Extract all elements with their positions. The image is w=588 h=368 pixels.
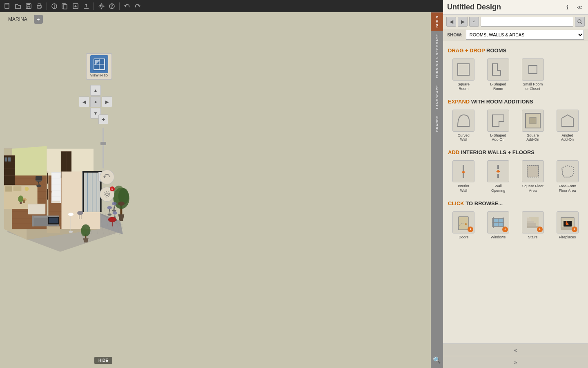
panel-back-button[interactable]: ◀ xyxy=(446,17,456,27)
square-room-label: SquareRoom xyxy=(458,82,470,91)
svg-rect-183 xyxy=(527,217,529,218)
panel-title: Untitled Design xyxy=(447,3,559,11)
item-wall-opening[interactable]: WallOpening xyxy=(483,159,514,195)
wall-opening-icon xyxy=(487,160,509,182)
show-label: SHOW: xyxy=(447,32,463,37)
l-shaped-room-label: L-ShapedRoom xyxy=(490,82,506,91)
l-shaped-addon-label: L-ShapedAdd-On xyxy=(490,133,506,142)
square-floor-icon xyxy=(522,160,544,182)
angled-addon-icon xyxy=(557,110,579,132)
show-bar: SHOW: ROOMS, WALLS & AREAS EVERYTHING RO… xyxy=(443,29,588,41)
tab-marina[interactable]: MARINA xyxy=(3,14,32,25)
side-tab-furnish[interactable]: FURNISH & DECORATE xyxy=(431,31,443,81)
panel-collapse-button[interactable]: ≪ xyxy=(575,3,584,12)
svg-rect-7 xyxy=(38,7,40,8)
small-room-label: Small Roomor Closet xyxy=(523,82,543,91)
item-angled-addon[interactable]: AngledAdd-On xyxy=(552,108,583,144)
drag-drop-rooms-grid: SquareRoom L-ShapedRoom Small Roomor Clo… xyxy=(448,57,583,93)
svg-point-168 xyxy=(497,170,499,173)
svg-rect-159 xyxy=(458,64,469,75)
doors-label: Doors xyxy=(459,235,468,240)
canvas-area: VIEW IN 2D ▲ ◀ ● ▶ ▼ + − xyxy=(0,25,145,368)
zoom-thumb[interactable] xyxy=(100,142,106,145)
toolbar-open-icon[interactable] xyxy=(14,2,22,10)
svg-rect-75 xyxy=(23,200,25,203)
item-freeform-floor[interactable]: Free-FormFloor Area xyxy=(552,159,583,195)
show-select[interactable]: ROOMS, WALLS & AREAS EVERYTHING ROOMS ON… xyxy=(466,30,584,40)
item-square-floor[interactable]: Square FloorArea xyxy=(517,159,549,195)
svg-rect-100 xyxy=(47,189,48,200)
panel-info-button[interactable]: ℹ xyxy=(563,3,572,12)
toolbar-export-icon[interactable] xyxy=(82,2,90,10)
small-room-icon xyxy=(522,58,544,81)
collapse-down-button[interactable]: » xyxy=(443,356,588,368)
panel-search-input[interactable] xyxy=(481,17,573,27)
panel-search-button[interactable] xyxy=(575,17,585,27)
panel-content: DRAG + DROP ROOMS SquareRoom L-ShapedRoo… xyxy=(443,41,588,343)
navigation-controls: ▲ ◀ ● ▶ ▼ xyxy=(79,85,112,119)
toolbar-save-icon[interactable] xyxy=(24,2,33,10)
nav-right-button[interactable]: ▶ xyxy=(102,96,112,107)
svg-rect-80 xyxy=(32,215,34,226)
item-l-shaped-addon[interactable]: L-ShapedAdd-On xyxy=(483,108,514,144)
svg-point-104 xyxy=(68,213,74,216)
item-doors[interactable]: + Doors xyxy=(448,210,479,241)
svg-rect-87 xyxy=(51,172,61,173)
item-windows[interactable]: + Windows xyxy=(483,210,514,241)
action-buttons: × xyxy=(100,170,114,202)
toolbar-info-icon[interactable]: i xyxy=(50,2,58,10)
side-tab-build[interactable]: BUILD xyxy=(431,12,443,31)
item-stairs[interactable]: + Stairs xyxy=(517,210,549,241)
toolbar-separator-3 xyxy=(119,2,120,10)
side-tab-search[interactable]: 🔍 xyxy=(431,352,443,368)
collapse-up-button[interactable]: « xyxy=(443,344,588,356)
svg-rect-86 xyxy=(51,172,61,203)
svg-point-155 xyxy=(106,193,108,195)
item-square-room[interactable]: SquareRoom xyxy=(448,57,479,93)
svg-rect-68 xyxy=(8,157,11,162)
svg-rect-181 xyxy=(527,221,534,223)
toolbar-undo-icon[interactable] xyxy=(123,2,131,10)
side-tab-brands[interactable]: BRANDS xyxy=(431,112,443,135)
nav-up-button[interactable]: ▲ xyxy=(90,85,101,96)
view-in-2d-button[interactable]: VIEW IN 2D xyxy=(86,53,112,80)
toolbar-help-icon[interactable]: ? xyxy=(108,2,116,10)
toolbar-print2-icon[interactable] xyxy=(71,2,80,10)
toolbar-new-icon[interactable] xyxy=(3,2,11,10)
toolbar-pages-icon[interactable] xyxy=(61,2,69,10)
settings-button[interactable]: × xyxy=(100,187,114,202)
nav-left-button[interactable]: ◀ xyxy=(79,96,89,107)
toolbar-print-icon[interactable] xyxy=(35,2,43,10)
svg-point-117 xyxy=(81,227,87,236)
scene-3d[interactable] xyxy=(0,25,145,368)
right-panel: Untitled Design ℹ ≪ ◀ ▶ ⌂ SHOW: ROOMS, W… xyxy=(443,0,588,368)
side-tab-landscape[interactable]: LANDSCAPE xyxy=(431,82,443,112)
hide-button[interactable]: HIDE xyxy=(94,357,112,364)
item-l-shaped-room[interactable]: L-ShapedRoom xyxy=(483,57,514,93)
section-interior-title: ADD INTERIOR WALLS + FLOORS xyxy=(448,149,583,155)
svg-point-156 xyxy=(104,191,110,197)
angled-addon-label: AngledAdd-On xyxy=(561,133,574,142)
svg-rect-0 xyxy=(5,3,9,9)
square-floor-label: Square FloorArea xyxy=(522,184,543,193)
svg-marker-56 xyxy=(12,146,47,175)
toolbar-settings-icon[interactable] xyxy=(97,2,105,10)
zoom-track[interactable] xyxy=(102,128,104,168)
item-square-addon[interactable]: SquareAdd-On xyxy=(517,108,549,144)
toolbar-redo-icon[interactable] xyxy=(134,2,142,10)
zoom-in-button[interactable]: + xyxy=(98,114,108,124)
browse-items-grid: + Doors + Windows xyxy=(448,210,583,241)
nav-center-button[interactable]: ● xyxy=(90,96,101,107)
item-interior-wall[interactable]: InteriorWall xyxy=(448,159,479,195)
square-addon-label: SquareAdd-On xyxy=(526,133,539,142)
rotate-button[interactable] xyxy=(100,170,114,184)
item-fireplaces[interactable]: + Fireplaces xyxy=(552,210,583,241)
panel-forward-button[interactable]: ▶ xyxy=(458,17,468,27)
item-curved-wall[interactable]: CurvedWall xyxy=(448,108,479,144)
tab-add-button[interactable]: + xyxy=(34,15,43,24)
panel-home-button[interactable]: ⌂ xyxy=(469,17,479,27)
expand-rooms-grid: CurvedWall L-ShapedAdd-On SquareAdd-On xyxy=(448,108,583,144)
item-small-room[interactable]: Small Roomor Closet xyxy=(517,57,549,93)
svg-rect-134 xyxy=(83,171,100,211)
svg-rect-67 xyxy=(4,157,7,162)
